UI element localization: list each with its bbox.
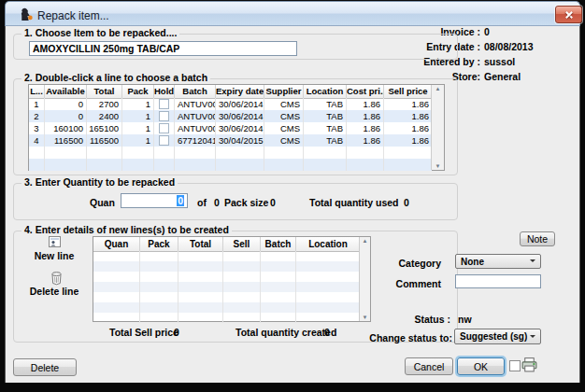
delete-button[interactable]: Delete — [13, 358, 77, 376]
new-lines-table: Quan Pack Total Sell Batch Location — [93, 236, 371, 322]
col-hold[interactable]: Hold — [154, 85, 175, 98]
total-sell-value: 0 — [174, 327, 179, 338]
col-expiry[interactable]: Expiry date — [216, 85, 264, 98]
cancel-button[interactable]: Cancel — [405, 357, 453, 375]
comment-input[interactable] — [455, 274, 541, 288]
col-location[interactable]: Location — [304, 85, 347, 98]
entry-date-value: 08/08/2013 — [484, 41, 534, 52]
col-pack[interactable]: Pack — [122, 85, 154, 98]
batch-row[interactable]: 2 0 2400 1 ANTUV000 30/06/2014 CMS TAB 1… — [29, 110, 432, 122]
printer-icon[interactable] — [521, 356, 538, 373]
new-line-row-empty[interactable] — [93, 282, 360, 292]
hold-checkbox[interactable] — [159, 111, 169, 121]
new-line-row-empty[interactable] — [93, 292, 360, 302]
new-line-row-empty[interactable] — [93, 313, 360, 323]
cell: 160100 — [45, 122, 87, 134]
col-total[interactable]: Total — [178, 237, 223, 251]
batch-table-scrollbar[interactable] — [431, 85, 444, 170]
delete-line-button[interactable]: Delete line — [22, 286, 86, 297]
section2-title: 2. Double-click a line to choose a batch — [21, 72, 210, 83]
cell: 1 — [122, 110, 154, 122]
title-bar[interactable]: Repack item... — [5, 1, 580, 26]
col-supplier[interactable]: Supplier — [264, 85, 304, 98]
delete-line-icon[interactable] — [50, 271, 64, 287]
status-label: Status : — [376, 314, 450, 325]
cell: 0 — [45, 110, 87, 122]
cell: 1.86 — [384, 122, 432, 134]
cell: 30/04/2015 — [216, 134, 264, 147]
cell: 1 — [122, 134, 154, 147]
note-button[interactable]: Note — [520, 231, 555, 246]
cell: 1.86 — [347, 134, 384, 147]
app-icon — [18, 7, 34, 22]
new-line-row-empty[interactable] — [93, 251, 360, 261]
store-value: General — [484, 71, 521, 82]
new-lines-header: Quan Pack Total Sell Batch Location — [93, 237, 360, 252]
col-pack[interactable]: Pack — [140, 237, 178, 251]
cell: 116500 — [87, 134, 122, 147]
invoice-value: 0 — [484, 26, 490, 37]
category-value: None — [461, 257, 484, 267]
cell: TAB — [304, 122, 347, 134]
hold-checkbox[interactable] — [159, 135, 169, 146]
pack-size-value: 0 — [270, 197, 276, 208]
item-input[interactable] — [29, 41, 297, 56]
col-cost-price[interactable]: Cost pri... — [347, 85, 384, 98]
cell: 1.86 — [384, 98, 432, 110]
repack-item-dialog: Repack item... Invoice : 0 Entry date : … — [0, 0, 585, 392]
batch-row-empty[interactable] — [29, 147, 432, 159]
cell: CMS — [264, 98, 304, 110]
new-line-row-empty[interactable] — [93, 261, 360, 272]
total-sell-label: Total Sell price — [109, 327, 178, 338]
quan-selected-text: 0 — [177, 195, 184, 206]
quan-input[interactable]: 0 — [121, 193, 188, 208]
cell: 3 — [29, 122, 45, 134]
col-quan[interactable]: Quan — [93, 237, 140, 251]
col-available[interactable]: Available — [45, 85, 87, 98]
new-line-button[interactable]: New line — [24, 250, 84, 261]
cell: CMS — [264, 122, 304, 134]
col-line[interactable]: L... — [29, 85, 45, 98]
print-checkbox[interactable] — [509, 360, 521, 371]
of-value: 0 — [214, 197, 220, 208]
ok-button[interactable]: OK — [457, 357, 505, 375]
col-sell[interactable]: Sell — [223, 237, 261, 251]
col-location[interactable]: Location — [296, 237, 360, 251]
section4-title: 4. Enter details of new lines(s) to be c… — [21, 224, 232, 235]
col-total[interactable]: Total — [87, 85, 122, 98]
cell: CMS — [264, 134, 304, 147]
new-line-row-empty[interactable] — [93, 302, 360, 313]
change-status-label: Change status to: — [366, 332, 452, 343]
batch-row-empty[interactable] — [29, 159, 432, 171]
hold-checkbox[interactable] — [159, 123, 169, 133]
col-sell-price[interactable]: Sell price — [384, 85, 432, 98]
hold-checkbox[interactable] — [159, 99, 169, 109]
cell: ANTUV000 — [175, 110, 216, 122]
col-batch[interactable]: Batch — [175, 85, 216, 98]
total-created-value: 0 — [324, 327, 330, 338]
total-used-label: Total quantity used — [309, 197, 398, 208]
category-label: Category — [366, 258, 441, 269]
cell: TAB — [304, 134, 347, 147]
comment-label: Comment — [366, 278, 441, 289]
batch-table: L... Available Total Pack Hold Batch Exp… — [28, 84, 445, 171]
new-line-row-empty[interactable] — [93, 272, 360, 282]
cell: 1.86 — [347, 110, 384, 122]
cell: 30/06/2014 — [216, 122, 264, 134]
section1-title: 1. Choose Item to be repacked.... — [21, 27, 179, 38]
new-line-icon[interactable] — [48, 235, 62, 249]
cell: ANTUV000 — [175, 122, 216, 134]
batch-table-body: 1 0 2700 1 ANTUV000 30/06/2014 CMS TAB 1… — [29, 98, 432, 170]
cell: ANTUV000 — [175, 98, 216, 110]
close-icon[interactable] — [555, 6, 582, 23]
batch-row[interactable]: 1 0 2700 1 ANTUV000 30/06/2014 CMS TAB 1… — [29, 98, 432, 110]
batch-table-header: L... Available Total Pack Hold Batch Exp… — [29, 85, 432, 99]
category-dropdown[interactable]: None — [455, 254, 541, 269]
pack-size-label: Pack size — [224, 197, 268, 208]
col-batch[interactable]: Batch — [261, 237, 296, 251]
window-title: Repack item... — [37, 9, 109, 22]
cell: 1.86 — [384, 134, 432, 147]
batch-row[interactable]: 3 160100 165100 1 ANTUV000 30/06/2014 CM… — [29, 122, 432, 134]
change-status-dropdown[interactable]: Suggested (sg) — [454, 329, 541, 344]
batch-row[interactable]: 4 116500 116500 1 677120417 30/04/2015 C… — [29, 134, 432, 147]
